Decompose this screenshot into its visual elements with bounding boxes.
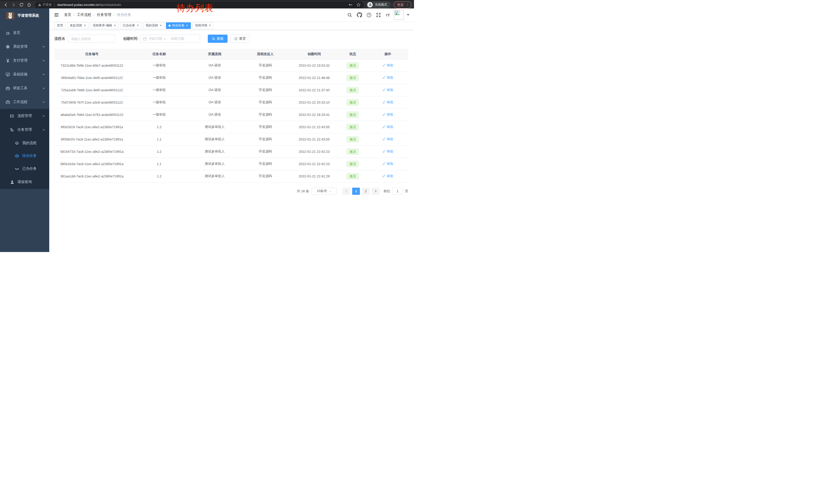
- reload-icon[interactable]: [17, 2, 25, 8]
- sidebar-item-3[interactable]: 基础设施: [0, 67, 49, 81]
- tab-6[interactable]: 流程详情✕: [192, 22, 214, 29]
- cell-action: 审批: [367, 59, 408, 72]
- cell-created: 2022-01-22 23:53:32: [290, 59, 338, 72]
- forward-icon[interactable]: [10, 2, 17, 8]
- goto-suffix: 页: [405, 189, 408, 193]
- cell-status: 激活: [338, 96, 367, 108]
- bookmark-star-icon[interactable]: [356, 3, 361, 7]
- approve-link[interactable]: 审批: [382, 63, 393, 68]
- process-name-input[interactable]: [68, 35, 115, 43]
- font-size-icon[interactable]: тT: [385, 13, 390, 17]
- url-bar[interactable]: 不安全 dashboard.yudao.iocoder.cn/bpm/task/…: [35, 2, 364, 8]
- sidebar-item-5[interactable]: 工作流程: [0, 95, 49, 109]
- approve-link-label: 审批: [386, 112, 393, 117]
- sidebar-item-6[interactable]: 流程管理: [0, 109, 49, 123]
- sidebar-item-4[interactable]: 研发工具: [0, 81, 49, 95]
- avatar[interactable]: [394, 10, 404, 20]
- chevron-left-icon: [345, 190, 348, 192]
- breadcrumb-item-0[interactable]: 首页: [64, 12, 71, 17]
- tab-close-icon[interactable]: ✕: [209, 24, 211, 27]
- cell-process: 测试多审批人: [189, 121, 240, 133]
- incognito-label: 无痕模式: [375, 3, 387, 7]
- cell-created: 2022-01-21 22:43:55: [290, 121, 338, 133]
- cell-starter: 芋道源码: [241, 59, 290, 72]
- password-key-icon[interactable]: [348, 3, 353, 7]
- approve-link[interactable]: 审批: [382, 112, 393, 117]
- column-header-3: 流程发起人: [241, 49, 290, 59]
- home-icon[interactable]: [25, 2, 33, 8]
- table-header-row: 任务编号任务名称所属流程流程发起人创建时间状态操作: [54, 49, 408, 59]
- approve-link[interactable]: 审批: [382, 149, 393, 154]
- tab-label: 首页: [57, 23, 63, 28]
- tab-close-icon[interactable]: ✕: [114, 24, 116, 27]
- fullscreen-icon[interactable]: [376, 12, 381, 17]
- page-size-select[interactable]: 10条/页: [312, 188, 337, 195]
- sidebar-item-1[interactable]: 系统管理: [0, 40, 49, 54]
- sidebar-item-2[interactable]: 支付管理: [0, 54, 49, 67]
- chevron-right-icon: [374, 190, 377, 192]
- tab-close-icon[interactable]: ✕: [160, 24, 162, 27]
- cell-name: 1.2: [129, 170, 189, 182]
- tab-close-icon[interactable]: ✕: [136, 24, 139, 27]
- sidebar-item-9[interactable]: 待办任务: [0, 149, 49, 162]
- sidebar-item-label: 我的流程: [22, 141, 37, 145]
- tab-5[interactable]: 待办任务✕: [166, 22, 191, 29]
- table-row-4: a6aba0a4-7b6d-11ec-b781-acde48001122一级审批…: [54, 108, 408, 121]
- tab-0[interactable]: 首页: [54, 22, 66, 29]
- sidebar-item-11[interactable]: 请假查询: [0, 175, 49, 189]
- tab-label: 我的流程: [146, 23, 158, 28]
- approve-link[interactable]: 审批: [382, 88, 393, 92]
- browser-update-button[interactable]: 更新 ⋮: [394, 1, 411, 8]
- tab-1[interactable]: 发起流程✕: [67, 22, 88, 29]
- not-secure-warning[interactable]: 不安全: [38, 3, 52, 7]
- search-icon[interactable]: [347, 12, 352, 17]
- tab-4[interactable]: 我的流程✕: [143, 22, 164, 29]
- page: 不安全 dashboard.yudao.iocoder.cn/bpm/task/…: [0, 0, 414, 252]
- cell-starter: 芋道源码: [241, 121, 290, 133]
- breadcrumb-separator: /: [94, 13, 95, 17]
- sidebar-item-10[interactable]: 已办任务: [0, 162, 49, 175]
- browser-menu-icon[interactable]: ⋮: [406, 3, 409, 7]
- sidebar-item-0[interactable]: 首页: [0, 26, 49, 40]
- cell-created: 2022-01-22 21:48:48: [290, 72, 338, 84]
- content: 流程名 创建时间 开始日期 - 结束日期 搜索 重: [49, 30, 414, 195]
- sidebar-item-8[interactable]: 我的流程: [0, 137, 49, 149]
- tab-3[interactable]: 已办任务✕: [120, 22, 141, 29]
- tab-2[interactable]: 流程表单-编辑✕: [90, 22, 119, 29]
- date-range-picker[interactable]: 开始日期 - 结束日期: [140, 35, 200, 43]
- back-icon[interactable]: [2, 2, 10, 8]
- url-host[interactable]: dashboard.yudao.iocoder.cn: [57, 3, 99, 7]
- reset-button[interactable]: 重置: [230, 35, 250, 43]
- page-button-1[interactable]: 1: [352, 188, 360, 195]
- approve-link[interactable]: 审批: [382, 125, 393, 129]
- cell-process: OA 请假: [189, 72, 240, 84]
- url-path[interactable]: /bpm/task/todo: [99, 3, 121, 7]
- page-button-2[interactable]: 2: [362, 188, 370, 195]
- broken-image-icon: [395, 11, 400, 15]
- github-icon[interactable]: [357, 12, 362, 17]
- search-button[interactable]: 搜索: [208, 35, 227, 43]
- help-icon[interactable]: ?: [367, 12, 371, 17]
- goto-page-input[interactable]: [392, 188, 403, 195]
- prev-page-button[interactable]: [342, 188, 350, 195]
- approve-link[interactable]: 审批: [382, 100, 393, 104]
- list-tree-icon: [10, 113, 14, 118]
- column-header-0: 任务编号: [54, 49, 129, 59]
- app-logo-row[interactable]: 芋道管理系统: [0, 8, 49, 23]
- breadcrumb-item-2[interactable]: 任务管理: [97, 12, 111, 17]
- create-time-label: 创建时间: [123, 36, 137, 41]
- user-menu-caret-icon[interactable]: [407, 14, 409, 16]
- sidebar-collapse-icon[interactable]: [53, 11, 60, 18]
- table-row-7: 58154733-7ac8-11ec-a9e2-a2380e71991a1.2测…: [54, 145, 408, 158]
- breadcrumb-item-1[interactable]: 工作流程: [77, 12, 91, 17]
- sidebar-item-label: 工作流程: [13, 100, 28, 104]
- approve-link[interactable]: 审批: [382, 137, 393, 141]
- approve-link[interactable]: 审批: [382, 162, 393, 166]
- tab-close-icon[interactable]: ✕: [84, 24, 86, 27]
- approve-link[interactable]: 审批: [382, 75, 393, 80]
- update-label: 更新: [397, 3, 404, 7]
- approve-link[interactable]: 审批: [382, 174, 393, 178]
- next-page-button[interactable]: [372, 188, 379, 195]
- sidebar-item-7[interactable]: 任务管理: [0, 123, 49, 137]
- tab-close-icon[interactable]: ✕: [186, 24, 188, 27]
